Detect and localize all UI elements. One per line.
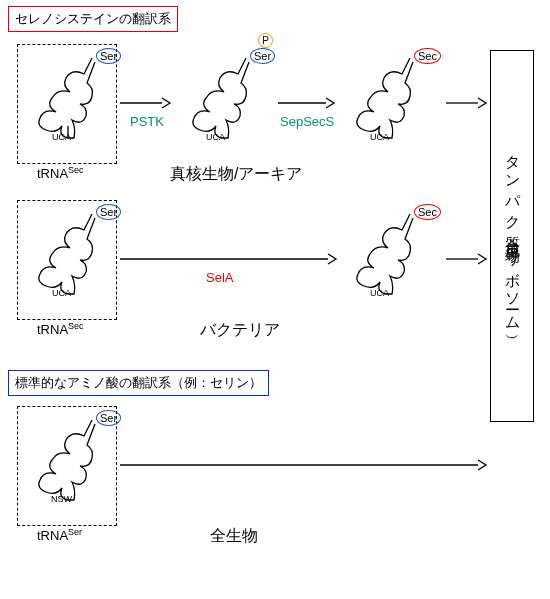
anticodon-3: UCA [370,132,389,142]
title-selenocysteine: セレノシステインの翻訳系 [8,6,178,32]
ribosome-label: タンパク質合成工場（リボソーム） [503,144,522,328]
trna-sec-base-2: tRNA [37,322,68,337]
trna-ser-base: tRNA [37,528,68,543]
pstk-label: PSTK [130,114,164,129]
p-circle: P [258,33,273,48]
ser-oval-1: Ser [96,48,121,64]
sepsecs-label: SepSecS [280,114,334,129]
trna-ser-sup: Ser [68,527,82,537]
pathway-eukaryote: 真核生物/アーキア [170,164,302,185]
arrow-to-ribosome-3 [118,457,488,473]
diagram-canvas: セレノシステインの翻訳系 タンパク質合成工場（リボソーム） UCA Ser tR… [0,0,550,599]
trna-sec-label-1: tRNASec [37,165,84,181]
arrow-pstk [118,95,172,111]
title-standard: 標準的なアミノ酸の翻訳系（例：セリン） [8,370,269,396]
anticodon-6: NSW [51,494,72,504]
anticodon-4: UCA [52,288,71,298]
sec-oval-2: Sec [414,204,441,220]
trna-sec-sup-2: Sec [68,321,84,331]
trna-sec-label-2: tRNASec [37,321,84,337]
ser-oval-2: Ser [250,48,275,64]
arrow-to-ribosome-1 [444,95,488,111]
p-text: P [262,35,269,46]
title-selenocysteine-text: セレノシステインの翻訳系 [15,11,171,26]
ribosome-box: タンパク質合成工場（リボソーム） [490,50,534,422]
trna-ser-label: tRNASer [37,527,82,543]
ser-oval-3: Ser [96,204,121,220]
pathway-all: 全生物 [210,526,258,547]
sec-oval-1: Sec [414,48,441,64]
arrow-to-ribosome-2 [444,251,488,267]
anticodon-5: UCA [370,288,389,298]
sela-label: SelA [206,270,233,285]
trna-sec-sup-1: Sec [68,165,84,175]
trna-sec-base-1: tRNA [37,166,68,181]
ser-oval-4: Ser [96,410,121,426]
arrow-sepsecs [276,95,336,111]
arrow-sela [118,251,338,267]
anticodon-2: UCA [206,132,225,142]
pathway-bacteria: バクテリア [200,320,280,341]
title-standard-text: 標準的なアミノ酸の翻訳系（例：セリン） [15,375,262,390]
anticodon-1: UCA [52,132,71,142]
